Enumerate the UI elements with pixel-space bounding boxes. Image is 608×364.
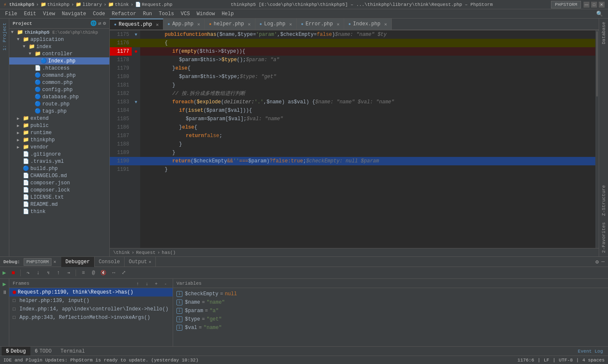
var-item-type[interactable]: i $type = "get" [176, 315, 605, 324]
tree-item-root[interactable]: ▼ 📁 thinkphp5 E:\code\php\thinkp [9, 29, 109, 36]
tree-item-think[interactable]: 📄 think [9, 208, 109, 215]
menu-file[interactable]: File [2, 9, 21, 18]
tree-item-license[interactable]: 📄 LICENSE.txt [9, 194, 109, 201]
status-position[interactable]: 1176:6 [518, 358, 535, 363]
frame-add-btn[interactable]: + [152, 280, 160, 287]
frame-item-0[interactable]: Request.php:1190, think\Request->has() [9, 288, 173, 297]
menu-code[interactable]: Code [90, 9, 109, 18]
status-line-ending[interactable]: LF [544, 358, 549, 363]
tree-item-thinkphp[interactable]: ▶ 📁 thinkphp [9, 136, 109, 143]
debug-force-step-into-icon[interactable]: ↯ [43, 269, 53, 277]
frame-item-2[interactable]: □ Index.php:14, app\index\controller\Ind… [9, 305, 173, 313]
tree-item-runtime[interactable]: ▶ 📁 runtime [9, 129, 109, 136]
code-editor[interactable]: 1175 1176 1177 1178 1179 1180 1181 1182 [110, 30, 599, 248]
tree-item-build[interactable]: 🔵 build.php [9, 165, 109, 172]
debug-resume-icon[interactable]: ▶ [3, 269, 6, 276]
menu-window[interactable]: Window [193, 9, 218, 18]
menu-refactor[interactable]: Refactor [109, 9, 140, 18]
tab-log-php[interactable]: ● Log.php ✕ [255, 19, 297, 30]
debug-tab-console[interactable]: Console [95, 257, 125, 267]
tree-item-index[interactable]: ▼ 📁 index [9, 43, 109, 50]
status-indent[interactable]: 4 spaces [582, 358, 605, 363]
debug-pause-icon[interactable]: ⏸ [2, 289, 7, 296]
debug-mute-icon[interactable]: 🔇 [99, 269, 108, 277]
code-content[interactable]: public function has($name, $type = 'para… [140, 30, 595, 248]
var-item-val[interactable]: i $val = "name" [176, 324, 605, 332]
debug-output-close[interactable]: ✕ [149, 259, 151, 264]
tree-item-gitignore[interactable]: 📄 .gitignore [9, 151, 109, 158]
debug-tab-debugger[interactable]: Debugger [61, 257, 95, 267]
tree-item-public[interactable]: ▶ 📁 public [9, 122, 109, 129]
tree-item-extend[interactable]: ▶ 📁 extend [9, 115, 109, 122]
event-log-link[interactable]: Event Log [575, 349, 606, 354]
bottom-tab-todo[interactable]: 6 TODO [30, 347, 56, 356]
tree-item-command[interactable]: 🔵 command.php [9, 72, 109, 79]
tree-item-composer-lock[interactable]: 📄 composer.lock [9, 186, 109, 194]
tree-item-travis[interactable]: 📄 .travis.yml [9, 158, 109, 165]
tree-item-tags[interactable]: 🔵 tags.php [9, 108, 109, 115]
tab-helper-php[interactable]: ● helper.php ✕ [205, 19, 255, 30]
menu-vcs[interactable]: VCS [177, 9, 193, 18]
tree-item-common[interactable]: 🔵 common.php [9, 79, 109, 86]
tree-item-config[interactable]: 🔵 config.php [9, 86, 109, 93]
var-item-name[interactable]: i $name = "name" [176, 298, 605, 307]
debug-stop-icon[interactable]: ■ [8, 269, 18, 277]
fold-1183[interactable]: ▼ [132, 98, 140, 106]
menu-edit[interactable]: Edit [21, 9, 40, 18]
tab-request-php[interactable]: ● Request.php ✕ [110, 19, 163, 30]
tab-close-request[interactable]: ✕ [156, 22, 159, 27]
tree-item-database[interactable]: 🔵 database.php [9, 93, 109, 100]
phpstorm-label[interactable]: PHPSTORM [551, 1, 581, 8]
tree-item-vendor[interactable]: ▶ 📁 vendor [9, 143, 109, 151]
sidebar-settings-icon[interactable]: ⚙ [103, 20, 106, 27]
debug-phpstorm-badge[interactable]: PHPSTORM [24, 258, 52, 266]
project-icon[interactable]: 1: Project [1, 20, 8, 53]
var-item-param[interactable]: i $param = "a" [176, 307, 605, 315]
fold-1175[interactable]: ▼ [132, 30, 140, 39]
status-encoding[interactable]: UTF-8 [559, 358, 573, 363]
tab-error-php[interactable]: ● Error.php ✕ [297, 19, 344, 30]
breadcrumb-has[interactable]: has() [162, 250, 176, 255]
frame-item-1[interactable]: □ helper.php:139, input() [9, 297, 173, 305]
sidebar-globe-icon[interactable]: 🌐 [90, 20, 97, 27]
breadcrumb-think[interactable]: \think [113, 250, 130, 255]
debug-more-icon[interactable]: ↔ [109, 269, 118, 277]
tree-item-index-php[interactable]: 🔵 Index.php [9, 57, 109, 65]
structure-tab[interactable]: Z-Structure [600, 182, 607, 219]
menu-tools[interactable]: Tools [155, 9, 177, 18]
tab-close-helper[interactable]: ✕ [248, 22, 251, 27]
maximize-button[interactable]: □ [591, 2, 597, 8]
debug-evaluate-icon[interactable]: ≡ [79, 269, 88, 277]
minimize-button[interactable]: — [584, 2, 589, 8]
favorites-tab[interactable]: 2-Favorites [600, 219, 607, 256]
database-tab[interactable]: Database [600, 19, 607, 48]
debug-restore-icon[interactable]: ⤢ [119, 269, 128, 277]
tree-item-composer-json[interactable]: 📄 composer.json [9, 179, 109, 186]
tab-close-app[interactable]: ✕ [197, 22, 200, 27]
menu-navigate[interactable]: Navigate [58, 9, 90, 18]
debug-tab-output[interactable]: Output ✕ [125, 257, 156, 267]
debug-step-out-icon[interactable]: ↑ [54, 269, 63, 277]
tree-item-controller[interactable]: ▼ 📁 controller [9, 50, 109, 57]
breadcrumb-request[interactable]: Request [136, 250, 155, 255]
tab-close-error[interactable]: ✕ [337, 22, 339, 27]
tree-item-route[interactable]: 🔵 route.php [9, 100, 109, 108]
tab-close-log[interactable]: ✕ [289, 22, 292, 27]
debug-tab-close[interactable]: ✕ [53, 259, 56, 264]
menu-help[interactable]: Help [218, 9, 237, 18]
tree-item-application[interactable]: ▼ 📁 application [9, 36, 109, 43]
tree-item-htaccess[interactable]: 📄 .htaccess [9, 65, 109, 72]
tab-app-php[interactable]: ● App.php ✕ [163, 19, 205, 30]
tab-close-index[interactable]: ✕ [384, 22, 387, 27]
frame-up-btn[interactable]: ↑ [134, 280, 141, 287]
bottom-tab-debug[interactable]: 5 Debug [2, 347, 30, 356]
debug-settings-icon[interactable]: ⚙ [595, 259, 599, 265]
tree-item-readme[interactable]: 📄 README.md [9, 201, 109, 208]
debug-watch-icon[interactable]: @ [89, 269, 98, 277]
debug-step-over-icon[interactable]: ↷ [23, 269, 33, 277]
frame-down-btn[interactable]: ↓ [143, 280, 151, 287]
sidebar-sync-icon[interactable]: ⇄ [98, 20, 101, 27]
menu-run[interactable]: Run [139, 9, 155, 18]
menu-view[interactable]: View [40, 9, 59, 18]
tree-item-changelog[interactable]: 📄 CHANGELOG.md [9, 172, 109, 179]
